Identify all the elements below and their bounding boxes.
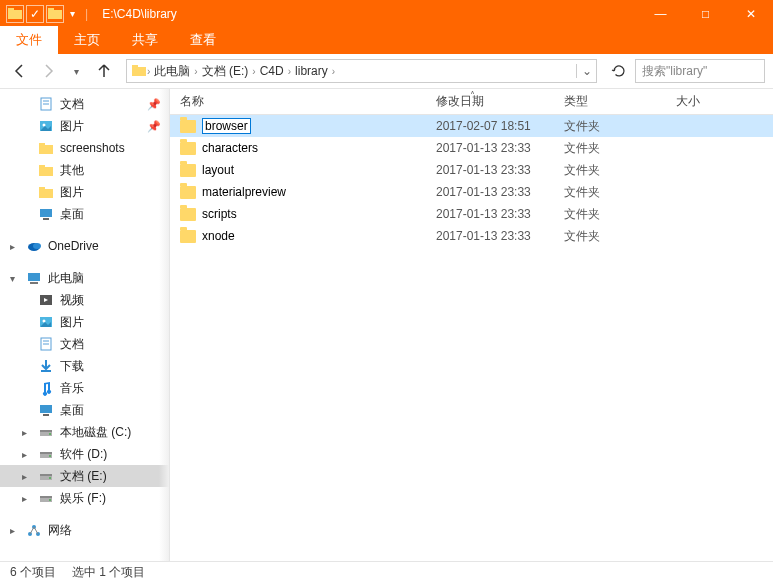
- tab-share[interactable]: 共享: [116, 26, 174, 54]
- col-date[interactable]: 修改日期: [426, 93, 554, 110]
- table-row[interactable]: xnode2017-01-13 23:33文件夹: [170, 225, 773, 247]
- tree-item[interactable]: 视频: [0, 289, 169, 311]
- crumb-library[interactable]: library: [291, 64, 332, 78]
- minimize-button[interactable]: —: [638, 0, 683, 27]
- svg-rect-1: [8, 8, 14, 11]
- tree-item[interactable]: ▸娱乐 (F:): [0, 487, 169, 509]
- tree-item[interactable]: 桌面: [0, 399, 169, 421]
- file-date: 2017-01-13 23:33: [426, 229, 554, 243]
- tree-item[interactable]: 图片: [0, 181, 169, 203]
- expand-icon[interactable]: ▸: [10, 525, 20, 536]
- expand-icon[interactable]: ▸: [22, 427, 32, 438]
- navigation-tree[interactable]: 文档📌图片📌screenshots其他图片桌面▸OneDrive▾此电脑视频图片…: [0, 89, 170, 561]
- svg-rect-5: [132, 65, 138, 68]
- file-type: 文件夹: [554, 206, 666, 223]
- tree-item[interactable]: ▸OneDrive: [0, 235, 169, 257]
- tree-item-label: 桌面: [60, 206, 84, 223]
- tree-item-label: OneDrive: [48, 239, 99, 253]
- folder-icon: [180, 186, 196, 199]
- svg-point-41: [49, 477, 51, 479]
- video-icon: [38, 292, 54, 308]
- tab-view[interactable]: 查看: [174, 26, 232, 54]
- crumb-thispc[interactable]: 此电脑: [150, 63, 194, 80]
- qat-new-folder[interactable]: [46, 5, 64, 23]
- status-bar: 6 个项目 选中 1 个项目: [0, 561, 773, 583]
- tree-item[interactable]: 图片: [0, 311, 169, 333]
- svg-rect-13: [39, 167, 53, 176]
- svg-point-44: [49, 499, 51, 501]
- qat-properties[interactable]: ✓: [26, 5, 44, 23]
- titlebar: ✓ ▾ | E:\C4D\library — □ ✕: [0, 0, 773, 27]
- folder-icon: [180, 230, 196, 243]
- history-dropdown-icon[interactable]: ▾: [64, 59, 88, 83]
- tree-item[interactable]: ▸文档 (E:): [0, 465, 169, 487]
- expand-icon[interactable]: ▾: [10, 273, 20, 284]
- col-size[interactable]: 大小: [666, 93, 746, 110]
- tree-item[interactable]: screenshots: [0, 137, 169, 159]
- drive-icon: [38, 446, 54, 462]
- tree-item[interactable]: 桌面: [0, 203, 169, 225]
- tree-item[interactable]: 文档📌: [0, 93, 169, 115]
- navigation-bar: ▾ › 此电脑 › 文档 (E:) › C4D › library › ⌄ 搜索…: [0, 54, 773, 89]
- chevron-right-icon[interactable]: ›: [332, 66, 335, 77]
- folder-icon: [180, 208, 196, 221]
- status-count: 6 个项目: [10, 564, 56, 581]
- svg-rect-15: [39, 189, 53, 198]
- svg-rect-17: [40, 209, 52, 217]
- refresh-button[interactable]: [607, 59, 631, 83]
- tree-item-label: 文档 (E:): [60, 468, 107, 485]
- file-type: 文件夹: [554, 118, 666, 135]
- crumb-drive[interactable]: 文档 (E:): [198, 63, 253, 80]
- folder-icon: [6, 5, 24, 23]
- file-name: materialpreview: [202, 185, 286, 199]
- tab-file[interactable]: 文件: [0, 26, 58, 54]
- maximize-button[interactable]: □: [683, 0, 728, 27]
- tree-item[interactable]: 下载: [0, 355, 169, 377]
- svg-rect-31: [40, 405, 52, 413]
- tree-item[interactable]: 其他: [0, 159, 169, 181]
- table-row[interactable]: materialpreview2017-01-13 23:33文件夹: [170, 181, 773, 203]
- col-type[interactable]: 类型: [554, 93, 666, 110]
- tree-item[interactable]: ▸本地磁盘 (C:): [0, 421, 169, 443]
- file-type: 文件夹: [554, 184, 666, 201]
- crumb-c4d[interactable]: C4D: [256, 64, 288, 78]
- expand-icon[interactable]: ▸: [10, 241, 20, 252]
- search-placeholder: 搜索"library": [642, 63, 707, 80]
- svg-rect-32: [43, 414, 49, 416]
- table-row[interactable]: scripts2017-01-13 23:33文件夹: [170, 203, 773, 225]
- tree-item[interactable]: 文档: [0, 333, 169, 355]
- table-row[interactable]: characters2017-01-13 23:33文件夹: [170, 137, 773, 159]
- svg-rect-18: [43, 218, 49, 220]
- tree-item[interactable]: 音乐: [0, 377, 169, 399]
- tree-item-label: 桌面: [60, 402, 84, 419]
- pin-icon[interactable]: 📌: [147, 120, 161, 133]
- tab-home[interactable]: 主页: [58, 26, 116, 54]
- close-button[interactable]: ✕: [728, 0, 773, 27]
- tree-item[interactable]: ▾此电脑: [0, 267, 169, 289]
- expand-icon[interactable]: ▸: [22, 493, 32, 504]
- svg-rect-3: [48, 8, 54, 11]
- svg-point-20: [33, 243, 41, 249]
- address-dropdown-icon[interactable]: ⌄: [576, 64, 596, 78]
- tree-item[interactable]: 图片📌: [0, 115, 169, 137]
- file-list[interactable]: browser2017-02-07 18:51文件夹characters2017…: [170, 115, 773, 561]
- expand-icon[interactable]: ▸: [22, 449, 32, 460]
- table-row[interactable]: browser2017-02-07 18:51文件夹: [170, 115, 773, 137]
- svg-point-35: [49, 433, 51, 435]
- tree-item-label: 娱乐 (F:): [60, 490, 106, 507]
- status-selected: 选中 1 个项目: [72, 564, 145, 581]
- network-icon: [26, 522, 42, 538]
- pin-icon[interactable]: 📌: [147, 98, 161, 111]
- col-name[interactable]: 名称: [170, 93, 426, 110]
- doc-icon: [38, 336, 54, 352]
- tree-item[interactable]: ▸软件 (D:): [0, 443, 169, 465]
- forward-button[interactable]: [36, 59, 60, 83]
- back-button[interactable]: [8, 59, 32, 83]
- expand-icon[interactable]: ▸: [22, 471, 32, 482]
- up-button[interactable]: [92, 59, 116, 83]
- tree-item[interactable]: ▸网络: [0, 519, 169, 541]
- table-row[interactable]: layout2017-01-13 23:33文件夹: [170, 159, 773, 181]
- search-input[interactable]: 搜索"library": [635, 59, 765, 83]
- breadcrumb[interactable]: › 此电脑 › 文档 (E:) › C4D › library › ⌄: [126, 59, 597, 83]
- qat-dropdown-icon[interactable]: ▾: [66, 8, 79, 19]
